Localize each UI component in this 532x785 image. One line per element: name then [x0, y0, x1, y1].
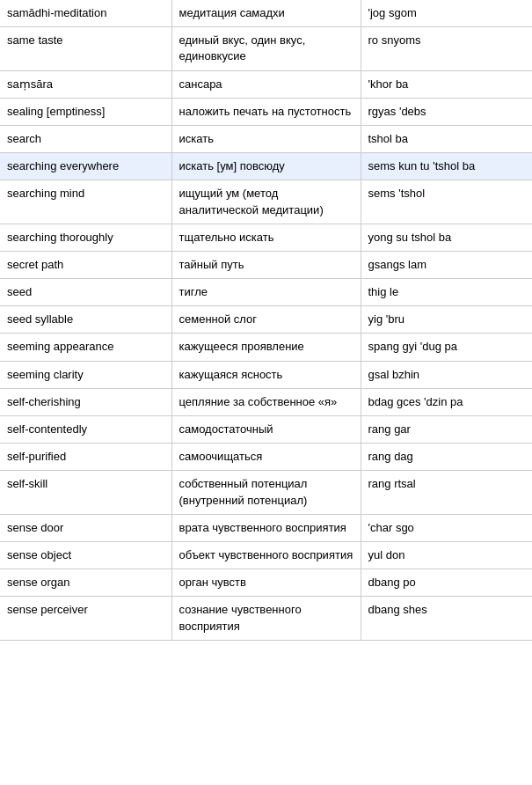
table-row: self-contentedlyсамодостаточныйrang gar [0, 416, 532, 444]
table-row: same tasteединый вкус, один вкус, единов… [0, 27, 532, 70]
russian-translation: цепляние за собственное «я» [171, 388, 361, 415]
table-row: secret pathтайный путьgsangs lam [0, 251, 532, 278]
russian-translation: сознание чувственного восприятия [171, 597, 361, 640]
tibetan-term: 'jog sgom [361, 0, 532, 27]
tibetan-term: rgyas 'debs [361, 98, 532, 125]
table-row: searching mindищущий ум (метод аналитиче… [0, 180, 532, 224]
english-term: same taste [0, 27, 171, 70]
table-row: self-cherishingцепляние за собственное «… [0, 388, 532, 415]
tibetan-term: dbang po [361, 569, 532, 597]
table-row: self-purifiedсамоочищатьсяrang dag [0, 444, 532, 471]
table-row: sense organорган чувствdbang po [0, 569, 532, 597]
english-term: self-cherishing [0, 388, 171, 415]
tibetan-term: 'khor ba [361, 70, 532, 98]
tibetan-term: sems kun tu 'tshol ba [361, 153, 532, 180]
english-term: sense perceiver [0, 597, 171, 640]
tibetan-term: rang dag [361, 444, 532, 471]
tibetan-term: dbang shes [361, 597, 532, 640]
russian-translation: медитация самадхи [171, 0, 361, 27]
tibetan-term: rang gar [361, 416, 532, 444]
english-term: seed [0, 279, 171, 306]
russian-translation: орган чувств [171, 569, 361, 597]
russian-translation: единый вкус, один вкус, единовкусие [171, 27, 361, 70]
russian-translation: кажущаяся ясность [171, 361, 361, 388]
table-row: seed syllableсеменной слогyig 'bru [0, 306, 532, 334]
tibetan-term: gsal bzhin [361, 361, 532, 388]
russian-translation: ищущий ум (метод аналитической медитации… [171, 180, 361, 224]
english-term: samādhi-meditation [0, 0, 171, 27]
english-term: sense object [0, 541, 171, 569]
english-term: self-skill [0, 471, 171, 514]
russian-translation: семенной слог [171, 306, 361, 334]
english-term: searching mind [0, 180, 171, 224]
tibetan-term: yul don [361, 541, 532, 569]
english-term: secret path [0, 251, 171, 278]
tibetan-term: yig 'bru [361, 306, 532, 334]
tibetan-term: rang rtsal [361, 471, 532, 514]
table-row: seedтиглеthig le [0, 279, 532, 306]
english-term: sense organ [0, 569, 171, 597]
russian-translation: тщательно искать [171, 224, 361, 251]
table-row: searching everywhereискать [ум] повсюдуs… [0, 153, 532, 180]
table-row: sense perceiverсознание чувственного вос… [0, 597, 532, 640]
tibetan-term: tshol ba [361, 125, 532, 152]
glossary-table: samādhi-meditationмедитация самадхи'jog … [0, 0, 532, 641]
english-term: searching thoroughly [0, 224, 171, 251]
russian-translation: самоочищаться [171, 444, 361, 471]
russian-translation: наложить печать на пустотность [171, 98, 361, 125]
english-term: self-purified [0, 444, 171, 471]
english-term: sense door [0, 514, 171, 541]
russian-translation: кажущееся проявление [171, 334, 361, 361]
russian-translation: самодостаточный [171, 416, 361, 444]
russian-translation: тайный путь [171, 251, 361, 278]
english-term: seeming appearance [0, 334, 171, 361]
russian-translation: собственный потенциал (внутренний потенц… [171, 471, 361, 514]
english-term: search [0, 125, 171, 152]
tibetan-term: spang gyi 'dug pa [361, 334, 532, 361]
tibetan-term: 'char sgo [361, 514, 532, 541]
tibetan-term: thig le [361, 279, 532, 306]
russian-translation: тигле [171, 279, 361, 306]
tibetan-term: bdag gces 'dzin pa [361, 388, 532, 415]
russian-translation: искать [171, 125, 361, 152]
table-row: seeming clarityкажущаяся ясностьgsal bzh… [0, 361, 532, 388]
russian-translation: искать [ум] повсюду [171, 153, 361, 180]
russian-translation: объект чувственного восприятия [171, 541, 361, 569]
tibetan-term: sems 'tshol [361, 180, 532, 224]
russian-translation: врата чувственного восприятия [171, 514, 361, 541]
english-term: saṃsāra [0, 70, 171, 98]
table-row: searching thoroughlyтщательно искатьyong… [0, 224, 532, 251]
table-row: saṃsāraсансара'khor ba [0, 70, 532, 98]
english-term: seed syllable [0, 306, 171, 334]
tibetan-term: yong su tshol ba [361, 224, 532, 251]
tibetan-term: gsangs lam [361, 251, 532, 278]
english-term: seeming clarity [0, 361, 171, 388]
table-row: searchискатьtshol ba [0, 125, 532, 152]
russian-translation: сансара [171, 70, 361, 98]
english-term: self-contentedly [0, 416, 171, 444]
table-row: samādhi-meditationмедитация самадхи'jog … [0, 0, 532, 27]
table-row: self-skillсобственный потенциал (внутрен… [0, 471, 532, 514]
table-row: seeming appearanceкажущееся проявлениеsp… [0, 334, 532, 361]
english-term: sealing [emptiness] [0, 98, 171, 125]
table-row: sealing [emptiness]наложить печать на пу… [0, 98, 532, 125]
tibetan-term: ro snyoms [361, 27, 532, 70]
english-term: searching everywhere [0, 153, 171, 180]
table-row: sense doorврата чувственного восприятия'… [0, 514, 532, 541]
table-row: sense objectобъект чувственного восприят… [0, 541, 532, 569]
